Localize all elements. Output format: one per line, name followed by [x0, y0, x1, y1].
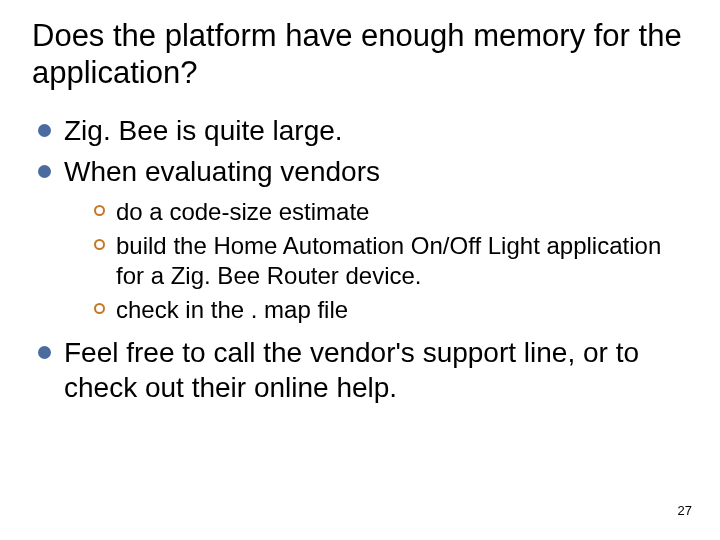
slide-title: Does the platform have enough memory for… — [32, 18, 688, 91]
bullet-text: build the Home Automation On/Off Light a… — [116, 232, 661, 289]
bullet-text: Feel free to call the vendor's support l… — [64, 337, 639, 403]
bullet-text: do a code-size estimate — [116, 198, 369, 225]
list-item: build the Home Automation On/Off Light a… — [94, 231, 688, 291]
bullet-list-level1: Zig. Bee is quite large. When evaluating… — [32, 113, 688, 405]
bullet-text: Zig. Bee is quite large. — [64, 115, 343, 146]
bullet-text: check in the . map file — [116, 296, 348, 323]
list-item: Zig. Bee is quite large. — [38, 113, 688, 148]
slide: Does the platform have enough memory for… — [0, 0, 720, 540]
list-item: Feel free to call the vendor's support l… — [38, 335, 688, 405]
list-item: When evaluating vendors do a code-size e… — [38, 154, 688, 325]
list-item: do a code-size estimate — [94, 197, 688, 227]
bullet-list-level2: do a code-size estimate build the Home A… — [64, 197, 688, 325]
page-number: 27 — [678, 503, 692, 518]
bullet-text: When evaluating vendors — [64, 156, 380, 187]
list-item: check in the . map file — [94, 295, 688, 325]
